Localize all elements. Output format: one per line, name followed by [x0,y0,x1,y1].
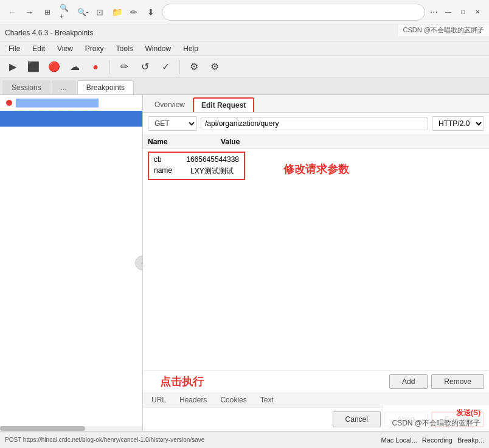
csdn-author-bottom: CSDN @不会唱歌的蓝胖子 [392,418,480,429]
browser-maximize[interactable]: □ [457,7,468,18]
params-row-cb[interactable]: cb 1665645544338 [151,154,241,165]
params-table: cb 1665645544338 name LXY测试测试 修改请求参数 [143,149,489,185]
separator-2 [179,60,180,74]
tab-edit-request[interactable]: Edit Request [193,97,254,112]
cancel-button[interactable]: Cancel [333,411,381,427]
edit-icon[interactable]: ✏ [128,6,140,18]
status-breakpoints: Breakp... [457,436,484,444]
url-bar[interactable] [162,4,425,21]
toolbar-breakpoint[interactable]: 🔴 [45,58,63,76]
bottom-url: POST https://hincai.crdc.net/blog-ok/hen… [5,436,204,443]
protocol-select[interactable]: HTTP/2.0 HTTP/1.1 [432,116,484,131]
status-mac-local: Mac Local... [381,436,417,444]
url-input[interactable] [201,117,428,130]
menu-file[interactable]: File [2,43,26,54]
separator-1 [109,60,110,74]
sidebar-error-item[interactable]: ████████████████ [0,95,142,111]
menubar: File Edit View Proxy Tools Window Help [0,41,489,56]
menu-tools[interactable]: Tools [110,43,139,54]
add-button[interactable]: Add [389,374,428,389]
folder-icon[interactable]: 📁 [111,6,123,18]
toolbar: ▶ ⬛ 🔴 ☁ ● ✏ ↺ ✓ ⚙ ⚙ [0,56,489,78]
param-name-value: LXY测试测试 [190,166,234,177]
error-indicator [6,100,12,106]
csdn-send-label: 发送(S) [392,408,480,418]
more-button[interactable]: ··· [430,7,438,18]
param-cb-name: cb [154,155,186,164]
main-layout: ████████████████ ████████████████████ ‹ … [0,95,489,431]
menu-proxy[interactable]: Proxy [79,43,110,54]
sidebar-selected-item[interactable]: ████████████████████ [0,111,142,127]
status-recording: Recording [422,436,453,444]
csdn-watermark: 发送(S) CSDN @不会唱歌的蓝胖子 [383,405,489,431]
forward-button[interactable]: → [23,6,35,18]
toolbar-pen[interactable]: ✏ [115,58,133,76]
toolbar-stop[interactable]: ⬛ [24,58,43,76]
annotation-area: 点击执行 Add Remove [143,185,489,393]
sub-tab-url[interactable]: URL [148,394,170,405]
content-tabs: Overview Edit Request [143,95,489,113]
zoom-in-icon[interactable]: 🔍+ [60,6,72,18]
fullscreen-icon[interactable]: ⊡ [94,6,106,18]
csdn-watermark-top: CSDN @不会唱歌的蓝胖子 [398,24,489,36]
params-table-header: Name Value [143,135,489,149]
col-name-header: Name [148,138,221,146]
tab-row: Sessions ... Breakpoints [0,78,489,95]
zoom-out-icon[interactable]: 🔍- [77,6,89,18]
bottom-bar: POST https://hincai.crdc.net/blog-ok/hen… [0,431,489,448]
tab-sessions[interactable]: Sessions [2,80,50,94]
toolbar-tools[interactable]: ⚙ [185,58,203,76]
browser-chrome: ← → ⊞ 🔍+ 🔍- ⊡ 📁 ✏ ⬇ ··· — □ ✕ [0,0,489,24]
toolbar-cloud[interactable]: ☁ [66,58,84,76]
toolbar-check[interactable]: ✓ [156,58,175,76]
param-cb-value: 1665645544338 [186,155,239,164]
remove-button[interactable]: Remove [431,374,484,389]
col-value-header: Value [221,138,484,146]
sidebar-item-label: ████████████████ [16,99,99,107]
sidebar-scrollbar-track[interactable] [0,426,142,431]
tab-overview[interactable]: Overview [147,97,193,112]
sidebar-selected-label: ████████████████████ [6,114,109,123]
tab-more[interactable]: ... [52,80,76,94]
params-row-name[interactable]: name LXY测试测试 [151,165,241,178]
sub-tab-headers[interactable]: Headers [176,394,210,405]
back-button[interactable]: ← [6,6,18,18]
annotation-params: 修改请求参数 [283,163,349,175]
sidebar-collapse-button[interactable]: ‹ [135,256,143,270]
url-row: GET POST PUT DELETE HTTP/2.0 HTTP/1.1 [143,113,489,135]
sub-tab-text[interactable]: Text [257,394,277,405]
toolbar-settings[interactable]: ⚙ [206,58,224,76]
browser-close[interactable]: ✕ [472,7,483,18]
annotation-execute: 点击执行 [160,374,204,389]
toolbar-record[interactable]: ● [86,58,105,76]
sidebar: ████████████████ ████████████████████ ‹ [0,95,143,431]
content-area: Overview Edit Request GET POST PUT DELET… [143,95,489,431]
sidebar-scrollbar-thumb [0,426,85,431]
menu-view[interactable]: View [51,43,79,54]
toolbar-start[interactable]: ▶ [4,58,22,76]
menu-help[interactable]: Help [177,43,204,54]
app-title: Charles 4.6.3 - Breakpoints [5,29,443,37]
grid-icon[interactable]: ⊞ [40,5,55,19]
sub-tab-cookies[interactable]: Cookies [217,394,250,405]
csdn-author-top: CSDN @不会唱歌的蓝胖子 [403,26,484,33]
tab-breakpoints[interactable]: Breakpoints [77,80,134,94]
param-name-name: name [154,166,190,177]
menu-window[interactable]: Window [139,43,178,54]
browser-minimize[interactable]: — [443,7,454,18]
method-select[interactable]: GET POST PUT DELETE [148,116,197,131]
toolbar-refresh[interactable]: ↺ [136,58,154,76]
menu-edit[interactable]: Edit [26,43,51,54]
download-icon[interactable]: ⬇ [145,6,157,18]
add-remove-row: 点击执行 Add Remove [143,370,489,393]
